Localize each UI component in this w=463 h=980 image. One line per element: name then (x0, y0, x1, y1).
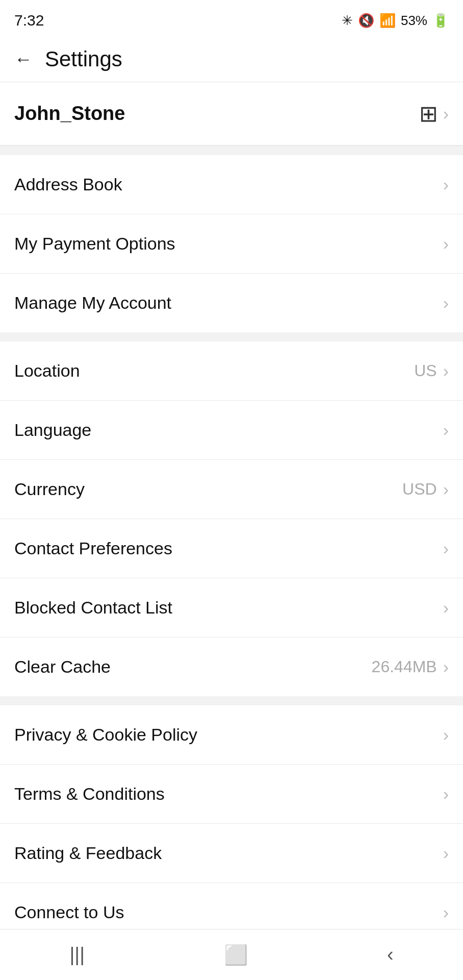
rating-feedback-label: Rating & Feedback (14, 843, 162, 863)
privacy-policy-right: › (443, 725, 449, 745)
rating-feedback-chevron: › (443, 843, 449, 863)
profile-row[interactable]: John_Stone ⊞ › (0, 82, 463, 146)
manage-account-row[interactable]: Manage My Account › (0, 274, 463, 332)
blocked-contact-chevron: › (443, 598, 449, 618)
profile-chevron: › (443, 104, 449, 124)
contact-preferences-row[interactable]: Contact Preferences › (0, 519, 463, 578)
manage-account-chevron: › (443, 293, 449, 313)
rating-feedback-right: › (443, 843, 449, 863)
menu-button[interactable]: ||| (69, 944, 85, 966)
clear-cache-value: 26.44MB (372, 657, 437, 676)
privacy-policy-chevron: › (443, 725, 449, 745)
contact-preferences-chevron: › (443, 538, 449, 558)
connect-to-us-label: Connect to Us (14, 902, 124, 922)
clear-cache-row[interactable]: Clear Cache 26.44MB › (0, 638, 463, 696)
currency-value: USD (402, 480, 437, 499)
header: ← Settings (0, 37, 463, 82)
qr-icon: ⊞ (419, 101, 438, 127)
battery-level: 53% (401, 13, 427, 29)
terms-conditions-label: Terms & Conditions (14, 784, 165, 804)
location-row[interactable]: Location US › (0, 341, 463, 401)
terms-conditions-row[interactable]: Terms & Conditions › (0, 765, 463, 824)
location-chevron: › (443, 361, 449, 381)
clear-cache-label: Clear Cache (14, 657, 111, 677)
terms-conditions-chevron: › (443, 784, 449, 804)
mute-icon: 🔇 (358, 13, 374, 29)
contact-preferences-right: › (443, 538, 449, 558)
contact-preferences-label: Contact Preferences (14, 538, 172, 558)
payment-options-row[interactable]: My Payment Options › (0, 214, 463, 274)
address-book-row[interactable]: Address Book › (0, 155, 463, 214)
manage-account-label: Manage My Account (14, 293, 171, 313)
currency-label: Currency (14, 479, 85, 499)
status-icons: ✳ 🔇 📶 53% 🔋 (342, 13, 449, 29)
profile-section: John_Stone ⊞ › (0, 82, 463, 146)
payment-options-label: My Payment Options (14, 234, 175, 254)
page-title: Settings (45, 47, 122, 71)
language-chevron: › (443, 420, 449, 440)
rating-feedback-row[interactable]: Rating & Feedback › (0, 824, 463, 883)
back-nav-button[interactable]: ‹ (387, 944, 394, 966)
wifi-icon: 📶 (379, 13, 396, 29)
privacy-policy-row[interactable]: Privacy & Cookie Policy › (0, 705, 463, 765)
blocked-contact-row[interactable]: Blocked Contact List › (0, 578, 463, 638)
currency-row[interactable]: Currency USD › (0, 460, 463, 519)
home-button[interactable]: ⬜ (224, 944, 248, 966)
language-label: Language (14, 420, 91, 440)
connect-to-us-right: › (443, 902, 449, 922)
username: John_Stone (14, 103, 125, 125)
manage-account-right: › (443, 293, 449, 313)
bottom-nav: ||| ⬜ ‹ (0, 929, 463, 980)
status-bar: 7:32 ✳ 🔇 📶 53% 🔋 (0, 0, 463, 37)
privacy-policy-label: Privacy & Cookie Policy (14, 725, 197, 745)
location-label: Location (14, 361, 80, 381)
battery-icon: 🔋 (432, 13, 449, 29)
back-button[interactable]: ← (14, 50, 33, 68)
clear-cache-right: 26.44MB › (372, 657, 449, 677)
address-book-chevron: › (443, 175, 449, 194)
address-book-label: Address Book (14, 175, 122, 194)
bluetooth-icon: ✳ (342, 13, 353, 29)
account-section: Address Book › My Payment Options › Mana… (0, 155, 463, 332)
profile-right: ⊞ › (419, 101, 449, 127)
currency-right: USD › (402, 479, 449, 499)
location-right: US › (414, 361, 449, 381)
payment-options-right: › (443, 234, 449, 254)
legal-section: Privacy & Cookie Policy › Terms & Condit… (0, 705, 463, 942)
language-row[interactable]: Language › (0, 401, 463, 460)
connect-to-us-chevron: › (443, 902, 449, 922)
blocked-contact-right: › (443, 598, 449, 618)
currency-chevron: › (443, 479, 449, 499)
address-book-right: › (443, 175, 449, 194)
status-time: 7:32 (14, 12, 44, 29)
blocked-contact-label: Blocked Contact List (14, 598, 172, 618)
preferences-section: Location US › Language › Currency USD › … (0, 341, 463, 696)
location-value: US (414, 361, 436, 380)
clear-cache-chevron: › (443, 657, 449, 677)
language-right: › (443, 420, 449, 440)
terms-conditions-right: › (443, 784, 449, 804)
payment-options-chevron: › (443, 234, 449, 254)
